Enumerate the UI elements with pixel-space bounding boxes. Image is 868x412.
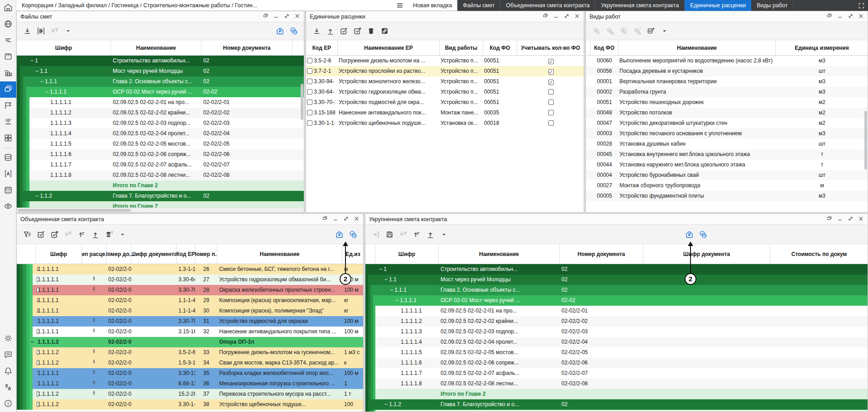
table-row[interactable]: − 1.1.1.1ОСР 02-02 Мост через ручей ...0… [17,87,304,97]
column-header[interactable]: Код ФО [483,40,517,55]
upload-icon[interactable] [323,24,337,38]
column-header[interactable]: Номер документа [201,40,293,55]
tab-5[interactable]: Единичные расценки [685,0,751,11]
table-row[interactable]: − 1Строительство автомобильн...02 [365,264,868,275]
funnel-lines-icon[interactable] [20,227,34,241]
table-row[interactable]: 00047Устройство декоративной штукатурки … [586,118,868,128]
table-row[interactable]: 1.1.1.1.102-02/2-013.15-16...32Нанесение… [17,327,363,337]
table-row[interactable]: 1.1.1.1.202-02/2-0115.2-26-...37Перевозк… [17,389,363,399]
row-checkbox[interactable] [307,68,312,74]
table-row[interactable]: 1.1.1.1.702.09.02.5 02-02-2-07 асфаль...… [17,160,304,170]
column-header[interactable]: Наименование [439,244,560,264]
tab-1[interactable]: Новая вкладка [408,0,457,11]
db-up-icon[interactable] [644,24,657,38]
table-row[interactable]: 1.1.1.1.502.09.02.5 02-02-2-05 мостов...… [17,139,304,149]
table-row[interactable]: − 1.1.2Глава 7. Благоустройство и о...02 [17,191,304,201]
table-row[interactable]: 1.1.1.1.602.09.02.5 02-02-2-06 сопряж...… [17,149,304,160]
restore-icon[interactable] [543,13,549,20]
sidebar-item-list-lines[interactable] [0,33,16,49]
minimize-icon[interactable] [837,216,843,223]
caret-icon[interactable] [115,227,129,241]
table-row[interactable]: 1.1.1.1.502.09.02.5 02-02-2-05 мостов...… [365,347,868,358]
sidebar-item-info[interactable] [0,396,16,412]
table-row[interactable]: 1.1.1.1.202-02/2-013.30-1-...38Устройств… [17,399,363,410]
v-scrollbar[interactable] [301,84,303,120]
table-row[interactable]: 1.1.1.1.302.09.02.5 02-02-2-03 подпор...… [17,118,304,128]
tab-3[interactable]: Объединенная смета контракта [500,0,595,11]
table-row[interactable]: 3.7-2-1Устройство прослойки из раство...… [306,66,584,76]
table-row[interactable]: 1.1.1.1.402.09.02.5 02-02-2-04 пролет...… [17,128,304,139]
row-checkbox[interactable] [307,89,312,95]
table-row[interactable]: 00005Устройство фундаментной плитым3 [586,191,868,201]
table-row[interactable]: 00051Устройство пешеходных дорожекм2 [586,97,868,108]
table-row[interactable]: 1.1.1.1.202.09.02.5 02-02-2-02 крайни...… [17,108,304,118]
coins-icon-enlarged[interactable] [696,227,710,241]
row-checkbox[interactable] [307,110,312,115]
minimize-icon[interactable] [273,13,279,20]
row-checkbox[interactable] [307,99,312,105]
coins-icon-files[interactable] [287,24,300,38]
restore-icon[interactable] [827,216,833,223]
upload-icon[interactable] [88,227,102,241]
column-header[interactable]: Наименование [111,40,201,55]
table-row[interactable]: Итого по Главе 7 [365,410,868,412]
h-scrollbar[interactable] [17,208,304,212]
arrow-bars-icon[interactable] [410,227,423,241]
column-header[interactable]: Единица измерения [776,40,868,55]
row-checkbox[interactable] [307,120,312,126]
sidebar-item-eye[interactable] [0,199,16,215]
sidebar-item-globe[interactable] [0,16,16,33]
table-row[interactable]: − 1.1Мост через ручей Молодцы02 [17,66,304,76]
row-checkbox[interactable] [307,79,312,84]
caret-icon[interactable] [61,24,75,38]
table-row[interactable]: −1.1.1.1.202-02/2-01Опора ОП-3л [17,337,363,347]
sidebar-item-brightness[interactable] [0,331,16,347]
sidebar-item-home[interactable] [0,0,16,16]
breadcrumb[interactable]: Корпорация / Западный филиал / Гостиница… [16,2,263,9]
save-icon[interactable] [383,227,396,241]
table-row[interactable]: 1.1.1.1.202.09.02.5 02-02-2-02 крайни...… [365,316,868,327]
count-fo-checkbox[interactable]: ✓ [548,69,554,75]
count-fo-checkbox[interactable] [548,89,554,95]
table-row[interactable]: Итого по Главе 2 [17,180,304,191]
close-icon[interactable] [294,13,300,20]
table-row[interactable]: 00027Монтаж сборного трубопроводам [586,180,868,191]
table-row[interactable]: 3.30-70-:Устройство подмостей для окра..… [306,97,584,108]
ruble-icon-enlarged[interactable] [682,227,696,241]
hamburger-menu-icon[interactable] [392,0,408,11]
sidebar-item-bell[interactable] [0,363,16,379]
maximize-icon[interactable] [343,216,349,223]
table-row[interactable]: ⊙1.1.1.1.102-02/2-013.30-13-235Разборка … [17,368,363,379]
table-row[interactable]: 3.5-2-6Погружение дизель-молотом на ...У… [306,56,584,66]
column-header[interactable]: Номер до... [106,244,131,264]
maximize-icon[interactable] [564,13,570,20]
table-row[interactable]: 1.1.1.1.102-02/2-013.30-64-327Устройство… [17,275,363,285]
table-row[interactable]: − 1.1.1Глава 2. Основные объекты с...02 [365,285,868,295]
count-fo-checkbox[interactable] [548,99,554,105]
download-icon[interactable] [310,24,323,38]
table-row[interactable]: 1.1.1.1.702.09.02.5 02-02-2-07 асфаль...… [365,368,868,379]
column-header[interactable]: Номер п... [195,244,217,264]
table-row[interactable]: 3.15-168Нанесение антивандального пок...… [306,108,584,118]
sidebar-item-grid[interactable] [0,130,16,147]
count-fo-checkbox[interactable]: ✓ [548,59,554,64]
column-header[interactable]: Номер документа [560,244,643,264]
table-row[interactable]: 00028Установка душевых кабиншт [586,139,868,149]
column-header[interactable]: Наименование [217,244,342,264]
trash-link-icon[interactable] [102,227,115,241]
sidebar-item-flag[interactable] [0,98,16,114]
row-checkbox[interactable] [307,58,312,63]
trash-icon[interactable] [364,24,378,38]
column-header[interactable]: Код ЕР [177,244,195,264]
table-row[interactable]: 1.1.1.1.102.09.02.5 02-02-2-01 на про...… [17,97,304,108]
restore-icon[interactable] [322,216,328,223]
maximize-icon[interactable] [848,13,854,20]
count-fo-checkbox[interactable] [548,110,554,115]
sidebar-item-comment[interactable] [0,347,16,363]
table-row[interactable]: 00003Устройство песчаного основания с уп… [586,128,868,139]
column-header[interactable]: Шифр [36,244,82,264]
x-box-icon[interactable] [350,24,364,38]
table-row[interactable]: − 1Строительство автомобильн...02 [17,56,304,66]
column-header[interactable] [586,40,590,55]
table-row[interactable]: 1.1.1.1.102-02/2-013.30-70-128Окраска же… [17,285,363,295]
